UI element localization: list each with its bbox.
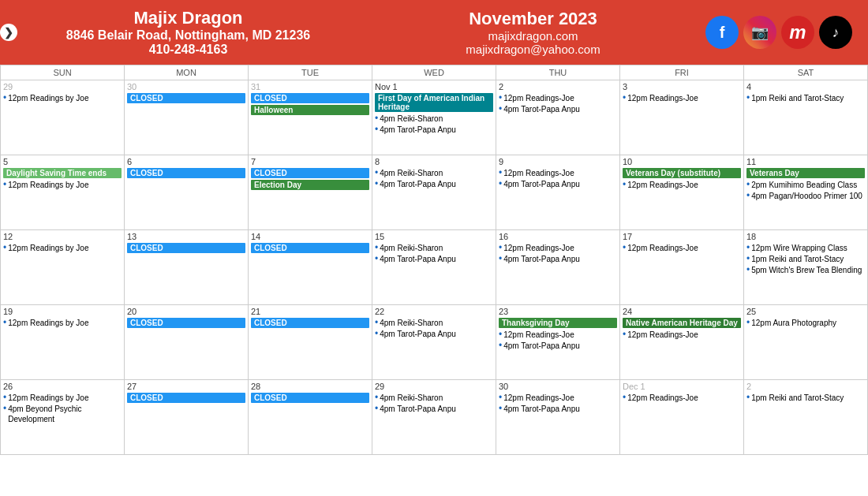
event: • 12pm Readings-Joe — [623, 330, 741, 340]
event: • 12pm Readings by Joe — [3, 318, 122, 328]
event-dot: • — [499, 168, 502, 177]
day-nov25: 25 • 12pm Aura Photography — [744, 305, 868, 380]
day-nov13: 13 CLOSED — [125, 230, 249, 305]
closed-bar: CLOSED — [251, 393, 369, 403]
event-dot: • — [746, 318, 750, 327]
col-tue: TUE — [249, 65, 372, 80]
day-nov17: 17 • 12pm Readings-Joe — [620, 230, 744, 305]
event-text: 4pm Reiki-Sharon — [380, 393, 443, 403]
event: • 1pm Reiki and Tarot-Stacy — [746, 254, 865, 264]
holiday-bar: Halloween — [251, 105, 369, 115]
col-sun: SUN — [1, 65, 125, 80]
event: • 4pm Tarot-Papa Anpu — [375, 254, 493, 264]
event: • 4pm Beyond Psychic Development — [3, 404, 122, 424]
day-nov18: 18 • 12pm Wire Wrapping Class • 1pm Reik… — [744, 230, 868, 305]
nav-prev-button[interactable]: ❯ — [0, 24, 17, 41]
event-text: 2pm Kumihimo Beading Class — [751, 180, 857, 190]
day-number: 15 — [375, 232, 493, 241]
event: • 5pm Witch's Brew Tea Blending — [746, 265, 865, 275]
event-text: 12pm Readings-Joe — [503, 93, 574, 103]
event-dot: • — [375, 125, 378, 134]
event-text: 12pm Readings by Joe — [8, 93, 88, 103]
day-nov30: 30 • 12pm Readings-Joe • 4pm Tarot-Papa … — [496, 380, 620, 455]
event: • 4pm Tarot-Papa Anpu — [499, 404, 617, 414]
day-nov2: 2 • 12pm Readings-Joe • 4pm Tarot-Papa A… — [496, 80, 620, 155]
event-text: 4pm Tarot-Papa Anpu — [380, 179, 456, 189]
day-nov5: 5 Daylight Saving Time ends • 12pm Readi… — [1, 155, 125, 230]
meetup-icon[interactable]: m — [781, 16, 814, 49]
day-number: 13 — [127, 232, 245, 241]
event-dot: • — [623, 393, 626, 402]
event-dot: • — [499, 93, 502, 103]
holiday-bar: Thanksgiving Day — [499, 318, 617, 328]
day-nov4: 4 • 1pm Reiki and Tarot-Stacy — [744, 80, 868, 155]
event: • 12pm Readings-Joe — [623, 180, 741, 190]
day-number: Nov 1 — [375, 82, 493, 91]
col-thu: THU — [496, 65, 620, 80]
event: • 12pm Readings-Joe — [499, 93, 617, 103]
social-icons: f 📷 m ♪ — [705, 16, 852, 49]
event: • 1pm Reiki and Tarot-Stacy — [746, 393, 865, 403]
holiday-bar: Election Day — [251, 180, 369, 190]
holiday-bar: Daylight Saving Time ends — [3, 168, 122, 178]
day-number: 29 — [3, 82, 122, 91]
event-dot: • — [499, 104, 502, 114]
table-row: 26 • 12pm Readings by Joe • 4pm Beyond P… — [1, 380, 868, 455]
holiday-bar: Veterans Day (substitute) — [623, 168, 741, 178]
day-nov21: 21 CLOSED — [249, 305, 372, 380]
day-number: 30 — [127, 82, 245, 91]
day-number: 28 — [251, 382, 369, 391]
day-number: 16 — [499, 232, 617, 241]
event-text: 12pm Readings-Joe — [503, 243, 574, 253]
day-number: 17 — [623, 232, 741, 241]
event-dot: • — [746, 393, 750, 402]
table-row: 29 • 12pm Readings by Joe 30 CLOSED 31 C… — [1, 80, 868, 155]
event-dot: • — [3, 243, 6, 252]
day-oct29: 29 • 12pm Readings by Joe — [1, 80, 125, 155]
event-dot: • — [3, 93, 6, 103]
event-text: 4pm Beyond Psychic Development — [8, 404, 122, 424]
closed-bar: CLOSED — [251, 318, 369, 328]
event-dot: • — [623, 93, 626, 103]
event-dot: • — [375, 114, 378, 123]
event-dot: • — [375, 318, 378, 327]
event-text: 12pm Readings-Joe — [627, 330, 698, 340]
day-number: Dec 1 — [623, 382, 741, 391]
event-text: 1pm Reiki and Tarot-Stacy — [751, 393, 844, 403]
day-nov3: 3 • 12pm Readings-Joe — [620, 80, 744, 155]
closed-bar: CLOSED — [251, 168, 369, 178]
event-dot: • — [499, 179, 502, 188]
event-text: 5pm Witch's Brew Tea Blending — [751, 265, 862, 275]
event-dot: • — [746, 243, 750, 252]
event-text: 12pm Aura Photography — [751, 318, 836, 328]
event-dot: • — [3, 393, 6, 402]
instagram-icon[interactable]: 📷 — [743, 16, 776, 49]
day-number: 4 — [746, 82, 865, 91]
day-number: 20 — [127, 307, 245, 316]
holiday-bar: Veterans Day — [746, 168, 865, 178]
event-text: 12pm Wire Wrapping Class — [751, 243, 847, 253]
event: • 1pm Reiki and Tarot-Stacy — [746, 93, 865, 103]
event-text: 12pm Readings-Joe — [503, 168, 574, 178]
event-text: 4pm Reiki-Sharon — [380, 243, 443, 253]
day-number: 3 — [623, 82, 741, 91]
event: • 12pm Wire Wrapping Class — [746, 243, 865, 253]
event-dot: • — [375, 393, 378, 402]
day-nov1: Nov 1 First Day of American Indian Herit… — [372, 80, 496, 155]
day-dec1: Dec 1 • 12pm Readings-Joe — [620, 380, 744, 455]
event: • 4pm Reiki-Sharon — [375, 114, 493, 124]
event: • 4pm Reiki-Sharon — [375, 243, 493, 253]
day-nov7: 7 CLOSED Election Day — [249, 155, 372, 230]
event: • 12pm Readings-Joe — [623, 243, 741, 253]
tiktok-icon[interactable]: ♪ — [819, 16, 852, 49]
event-text: 4pm Pagan/Hoodoo Primer 100 — [751, 191, 862, 201]
day-number: 8 — [375, 157, 493, 166]
day-nov12: 12 • 12pm Readings by Joe — [1, 230, 125, 305]
event-dot: • — [746, 265, 750, 274]
facebook-icon[interactable]: f — [705, 16, 739, 49]
day-number: 22 — [375, 307, 493, 316]
closed-bar: CLOSED — [127, 168, 245, 178]
event: • 4pm Tarot-Papa Anpu — [499, 254, 617, 264]
day-number: 25 — [746, 307, 865, 316]
event-text: 12pm Readings by Joe — [8, 393, 88, 403]
